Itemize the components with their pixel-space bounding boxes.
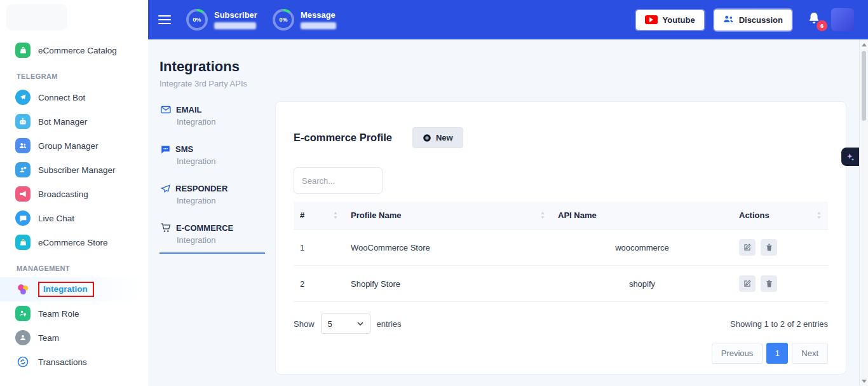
tab-responder-integration[interactable]: RESPONDER Integration bbox=[159, 180, 265, 213]
delete-button[interactable] bbox=[761, 275, 777, 292]
sidebar-item-label: Group Manager bbox=[38, 141, 98, 151]
table-row: 2 Shopify Store shopify bbox=[294, 266, 828, 302]
tab-email-integration[interactable]: EMAIL Integration bbox=[159, 101, 265, 134]
megaphone-icon bbox=[15, 186, 31, 202]
team-gear-icon bbox=[15, 330, 31, 345]
profiles-table: # Profile Name API Name Actions bbox=[294, 202, 828, 302]
message-stat: 0% Message bbox=[273, 9, 336, 31]
search-input[interactable] bbox=[294, 167, 383, 194]
edit-button[interactable] bbox=[739, 239, 756, 256]
message-progress-ring: 0% bbox=[273, 9, 294, 31]
tab-ecommerce-integration[interactable]: E-COMMERCE Integration bbox=[159, 219, 265, 254]
header-actions[interactable]: Actions bbox=[733, 202, 828, 230]
ecommerce-profile-panel: E-commerce Profile New # Profile Nam bbox=[275, 101, 846, 375]
notification-count-badge: 6 bbox=[817, 20, 827, 31]
paper-plane-icon bbox=[161, 184, 170, 193]
tab-title: E-COMMERCE bbox=[176, 223, 233, 233]
integration-circles-icon bbox=[15, 282, 31, 297]
sidebar-item-team-role[interactable]: Team Role bbox=[0, 301, 148, 326]
sidebar-item-integration[interactable]: Integration bbox=[0, 277, 148, 301]
sidebar-item-label: eCommerce Store bbox=[38, 238, 108, 247]
discussion-button[interactable]: Discussion bbox=[714, 10, 792, 31]
sidebar-item-label: Live Chat bbox=[38, 214, 74, 223]
edit-pencil-icon bbox=[743, 243, 752, 252]
sparkle-icon bbox=[845, 152, 855, 162]
user-avatar[interactable] bbox=[831, 8, 854, 31]
tab-subtitle: Integration bbox=[177, 156, 265, 166]
new-button-label: New bbox=[436, 133, 453, 142]
scrollbar-thumb[interactable] bbox=[862, 51, 866, 121]
showing-entries-text: Showing 1 to 2 of 2 entries bbox=[730, 319, 828, 329]
header-api-label: API Name bbox=[558, 210, 597, 220]
header-profile-name[interactable]: Profile Name bbox=[344, 202, 552, 230]
menu-toggle-icon[interactable] bbox=[158, 15, 171, 24]
subscriber-stat: 0% Subscriber bbox=[186, 9, 257, 31]
sidebar-item-transactions[interactable]: Transactions bbox=[0, 350, 148, 374]
tab-title: SMS bbox=[175, 144, 193, 154]
header-num-label: # bbox=[300, 210, 304, 220]
sidebar-item-label: Integration bbox=[43, 284, 88, 294]
tab-subtitle: Integration bbox=[177, 117, 265, 127]
cart-icon bbox=[161, 223, 171, 233]
sidebar-item-group-manager[interactable]: Group Manager bbox=[0, 134, 148, 158]
cell-num: 1 bbox=[294, 230, 344, 266]
cell-num: 2 bbox=[294, 266, 344, 302]
discussion-button-label: Discussion bbox=[739, 15, 783, 25]
subscriber-progress-value: 0% bbox=[189, 11, 205, 28]
vertical-scrollbar[interactable] bbox=[859, 39, 868, 386]
page-subtitle: Integrate 3rd Party APIs bbox=[159, 79, 868, 88]
header-num[interactable]: # bbox=[294, 202, 344, 230]
show-label: Show bbox=[294, 319, 315, 329]
sidebar-item-label: Connect Bot bbox=[38, 93, 85, 102]
entries-label: entries bbox=[377, 319, 402, 329]
subscriber-chat-icon bbox=[15, 162, 31, 177]
table-header-row: # Profile Name API Name Actions bbox=[294, 202, 828, 230]
page-size-select[interactable]: 5 bbox=[321, 314, 370, 334]
people-group-icon bbox=[15, 138, 31, 153]
sidebar-item-ecommerce-catalog[interactable]: eCommerce Catalog bbox=[0, 38, 148, 62]
cell-api-name: shopify bbox=[552, 266, 733, 302]
cell-api-name: woocommerce bbox=[552, 230, 733, 266]
store-bag-icon bbox=[15, 235, 31, 250]
sidebar-item-connect-bot[interactable]: Connect Bot bbox=[0, 85, 148, 109]
message-stat-label: Message bbox=[301, 10, 336, 20]
youtube-button[interactable]: Youtube bbox=[636, 10, 704, 30]
scroll-down-arrow-icon[interactable] bbox=[860, 376, 868, 386]
page-1-button[interactable]: 1 bbox=[766, 343, 788, 364]
chevron-down-icon bbox=[357, 322, 363, 326]
delete-button[interactable] bbox=[761, 239, 777, 256]
header-actions-label: Actions bbox=[739, 210, 770, 220]
sidebar-item-team[interactable]: Team bbox=[0, 326, 148, 350]
sidebar-item-ecommerce-store[interactable]: eCommerce Store bbox=[0, 230, 148, 254]
page-title: Integrations bbox=[159, 59, 868, 75]
sidebar-item-subscriber-manager[interactable]: Subscriber Manager bbox=[0, 158, 148, 182]
cell-profile-name: WooCommerce Store bbox=[344, 230, 552, 266]
sort-icon bbox=[540, 212, 545, 219]
previous-page-button[interactable]: Previous bbox=[712, 343, 763, 364]
youtube-button-label: Youtube bbox=[663, 15, 695, 25]
tab-subtitle: Integration bbox=[177, 196, 265, 205]
header-api-name[interactable]: API Name bbox=[552, 202, 733, 230]
message-redacted-value bbox=[301, 22, 336, 29]
new-profile-button[interactable]: New bbox=[412, 127, 463, 148]
pagination: Previous 1 Next bbox=[294, 343, 828, 364]
notifications-button[interactable]: 6 bbox=[807, 11, 821, 29]
edit-button[interactable] bbox=[739, 275, 756, 292]
assistant-fab[interactable] bbox=[841, 148, 859, 166]
sidebar-item-live-chat[interactable]: Live Chat bbox=[0, 206, 148, 230]
sidebar-item-bot-manager[interactable]: Bot Manager bbox=[0, 109, 148, 134]
team-role-pin-icon bbox=[15, 306, 31, 321]
message-progress-value: 0% bbox=[275, 11, 292, 28]
youtube-icon bbox=[645, 15, 658, 24]
subscriber-stat-label: Subscriber bbox=[214, 10, 257, 20]
tab-sms-integration[interactable]: SMS Integration bbox=[159, 141, 265, 174]
next-page-button[interactable]: Next bbox=[792, 343, 828, 364]
tab-title: EMAIL bbox=[176, 105, 201, 114]
page-size-value: 5 bbox=[328, 319, 332, 329]
sidebar-item-label: Broadcasting bbox=[38, 190, 88, 199]
scroll-up-arrow-icon[interactable] bbox=[860, 39, 868, 50]
sidebar: eCommerce Catalog TELEGRAM Connect Bot B… bbox=[0, 0, 148, 386]
sidebar-item-label: Transactions bbox=[38, 357, 87, 367]
sidebar-item-label: eCommerce Catalog bbox=[38, 46, 117, 55]
sidebar-item-broadcasting[interactable]: Broadcasting bbox=[0, 182, 148, 206]
